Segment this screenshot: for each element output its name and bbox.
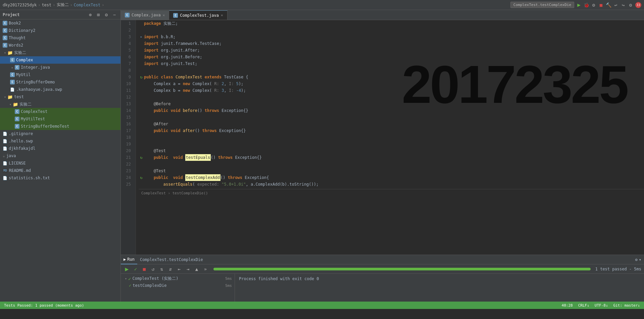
sidebar-item-djkhfakajdl[interactable]: 📄 djkhfakajdl bbox=[0, 145, 120, 152]
undo-icon[interactable]: ↩ bbox=[613, 2, 618, 8]
file-icon: 📄 bbox=[3, 139, 7, 143]
status-encoding[interactable]: CRLF↓ bbox=[578, 303, 589, 308]
sidebar-item-stringbufferdemotest[interactable]: C StringBufferDemoTest bbox=[0, 123, 120, 130]
breadcrumb-test: test bbox=[42, 3, 51, 7]
settings-icon[interactable]: ⚙ bbox=[628, 2, 633, 8]
sidebar-header: Project ⊕ ⊞ ⚙ − bbox=[0, 10, 120, 19]
file-icon: 📄 bbox=[10, 87, 15, 92]
sidebar-item-complex[interactable]: C Complex bbox=[0, 56, 120, 64]
run-checked-button[interactable]: ✓ bbox=[132, 266, 139, 272]
sidebar-item-label: statistics.sh.txt bbox=[9, 176, 50, 180]
sidebar-item-java[interactable]: ☕ java bbox=[0, 152, 120, 160]
test-progress-bar bbox=[213, 268, 591, 270]
file-icon: 📄 bbox=[3, 161, 7, 166]
sidebar-item-label: 实验二 bbox=[19, 102, 32, 107]
code-line-17: public void after() throws Exception{} bbox=[139, 127, 644, 134]
sidebar-item-thought[interactable]: C Thought bbox=[0, 34, 120, 42]
test-tree: ▾ ✓ ComplexTest (实验二) 5ms ✓ testComplexD… bbox=[121, 274, 235, 302]
sidebar-tool-2[interactable]: ⊞ bbox=[95, 11, 102, 18]
run-stop-button[interactable]: ■ bbox=[141, 266, 148, 272]
test-time: 5ms bbox=[225, 276, 232, 281]
status-charset[interactable]: UTF-8↓ bbox=[595, 303, 608, 308]
code-lines[interactable]: package 实验二; ▸ import b.b.R; import juni… bbox=[136, 20, 644, 255]
sidebar-item-test-folder[interactable]: ▾ 📁 test bbox=[0, 93, 120, 101]
status-position[interactable]: 40:28 bbox=[562, 303, 573, 308]
sidebar-item-label: test bbox=[14, 94, 24, 99]
status-message: Tests Passed: 1 passed (moments ago) bbox=[4, 303, 84, 308]
sidebar-tool-1[interactable]: ⊕ bbox=[87, 11, 94, 18]
test-output: Process finished with exit code 0 bbox=[235, 274, 644, 302]
sidebar-toolbar: ⊕ ⊞ ⚙ − bbox=[87, 11, 118, 18]
sidebar-item-gitignore[interactable]: 📄 .gitignore bbox=[0, 130, 120, 137]
sidebar-item-words2[interactable]: C Words2 bbox=[0, 42, 120, 49]
code-line-11: Complex b = new Complex( R: 3, I: -4); bbox=[139, 87, 644, 94]
coverage-icon[interactable]: ⚙ bbox=[591, 2, 596, 8]
run-play-button[interactable]: ▶ bbox=[123, 266, 130, 272]
run-icon[interactable]: ▶ bbox=[576, 2, 582, 8]
collapse-arrow: ▾ bbox=[3, 95, 7, 99]
redo-icon[interactable]: ↪ bbox=[621, 2, 626, 8]
sidebar-title: Project bbox=[3, 12, 20, 17]
process-output-text: Process finished with exit code 0 bbox=[239, 276, 319, 281]
run-up[interactable]: ▲ bbox=[193, 266, 200, 272]
sidebar-item-statistics[interactable]: 📄 statistics.sh.txt bbox=[0, 174, 120, 182]
sidebar-item-label: Words2 bbox=[9, 43, 23, 48]
code-line-6: import org.junit.Before; bbox=[139, 54, 644, 60]
editor-area: C Complex.java ✕ C ComplexTest.java ✕ 20… bbox=[121, 10, 644, 302]
c-icon: C bbox=[3, 43, 7, 48]
folder-icon: 📁 bbox=[7, 50, 13, 55]
sidebar-item-dictionary2[interactable]: C Dictionary2 bbox=[0, 27, 120, 34]
test-item-testcomplexdie[interactable]: ✓ testComplexDie 5ms bbox=[121, 282, 235, 289]
highlight-testComplexAdd: testComplexAdd bbox=[185, 174, 220, 181]
sidebar-item-folder-shiyan[interactable]: ▾ 📁 实验二 bbox=[0, 49, 120, 56]
test-label: testComplexDie bbox=[133, 283, 166, 288]
code-line-9: ↻ public class ComplexTest extends TestC… bbox=[139, 74, 644, 80]
sidebar-item-license[interactable]: 📄 LICENSE bbox=[0, 160, 120, 167]
run-config-dropdown[interactable]: ComplexTest.testComplexDie bbox=[510, 2, 574, 8]
sidebar-item-label: LICENSE bbox=[9, 161, 26, 166]
run-tab-label: Run bbox=[127, 257, 135, 262]
debug-icon[interactable]: 🐞 bbox=[584, 2, 589, 8]
sidebar-item-myutil[interactable]: C MyUtil bbox=[0, 71, 120, 78]
test-result-text: 1 test passed - 5ms bbox=[595, 267, 641, 271]
tab-complex-java[interactable]: C Complex.java ✕ bbox=[121, 10, 169, 20]
sidebar-item-readme[interactable]: MD README.md bbox=[0, 167, 120, 174]
sidebar-item-myutiltest[interactable]: C MyUtilTest bbox=[0, 115, 120, 123]
run-sort-desc[interactable]: ⇵ bbox=[167, 266, 174, 272]
breadcrumb-method: testComplexDie() bbox=[172, 191, 208, 195]
test-folder-icon: 📁 bbox=[7, 94, 13, 100]
titlebar: dky20172325dyk › test › 实验二 › ComplexTes… bbox=[0, 0, 644, 10]
sidebar-tool-4[interactable]: − bbox=[111, 11, 118, 18]
sidebar-item-folder-shiyan2[interactable]: ▾ 📁 实验二 bbox=[0, 101, 120, 108]
code-line-22 bbox=[139, 161, 644, 168]
run-more[interactable]: » bbox=[202, 266, 209, 272]
tab-label: ComplexTest.java bbox=[180, 13, 219, 18]
run-import[interactable]: ⇥ bbox=[185, 266, 191, 272]
status-vcs[interactable]: Git: master↓ bbox=[613, 303, 640, 308]
sidebar-item-label: .hello.swp bbox=[9, 139, 33, 143]
c-icon: C bbox=[10, 80, 15, 84]
tab-close-icon[interactable]: ✕ bbox=[163, 13, 165, 17]
sidebar: Project ⊕ ⊞ ⚙ − C Book2 C Dictionary2 bbox=[0, 10, 121, 302]
tab-label: Complex.java bbox=[132, 13, 161, 17]
run-sort-asc[interactable]: ⇅ bbox=[158, 266, 165, 272]
run-export[interactable]: ⇤ bbox=[176, 266, 183, 272]
sidebar-item-stringbufferdemo[interactable]: C StringBufferDemo bbox=[0, 78, 120, 86]
run-tab[interactable]: ▶ Run bbox=[121, 255, 137, 264]
run-rerun-button[interactable]: ↺ bbox=[150, 266, 156, 272]
stop-icon[interactable]: ■ bbox=[598, 2, 604, 8]
status-bar: Tests Passed: 1 passed (moments ago) 40:… bbox=[0, 302, 644, 309]
bottom-panel-settings[interactable]: ⚙ ▾ bbox=[635, 257, 644, 262]
build-icon[interactable]: 🔨 bbox=[606, 2, 611, 8]
sidebar-item-label: 实验二 bbox=[14, 50, 26, 56]
sidebar-item-book2[interactable]: C Book2 bbox=[0, 19, 120, 27]
collapse-arrow: ▾ bbox=[8, 103, 13, 106]
tab-complextest-java[interactable]: C ComplexTest.java ✕ bbox=[169, 10, 227, 20]
sidebar-item-hello-swp[interactable]: 📄 .hello.swp bbox=[0, 137, 120, 145]
sidebar-item-integer[interactable]: ▸ C Integer.java bbox=[0, 64, 120, 71]
sidebar-item-kanhaoyue[interactable]: 📄 .kanhaoyue.java.swp bbox=[0, 86, 120, 93]
test-item-complextest[interactable]: ▾ ✓ ComplexTest (实验二) 5ms bbox=[121, 275, 235, 282]
tab-close-icon[interactable]: ✕ bbox=[221, 13, 223, 17]
sidebar-tool-3[interactable]: ⚙ bbox=[103, 11, 110, 18]
sidebar-item-complextest[interactable]: C ComplexTest bbox=[0, 108, 120, 115]
